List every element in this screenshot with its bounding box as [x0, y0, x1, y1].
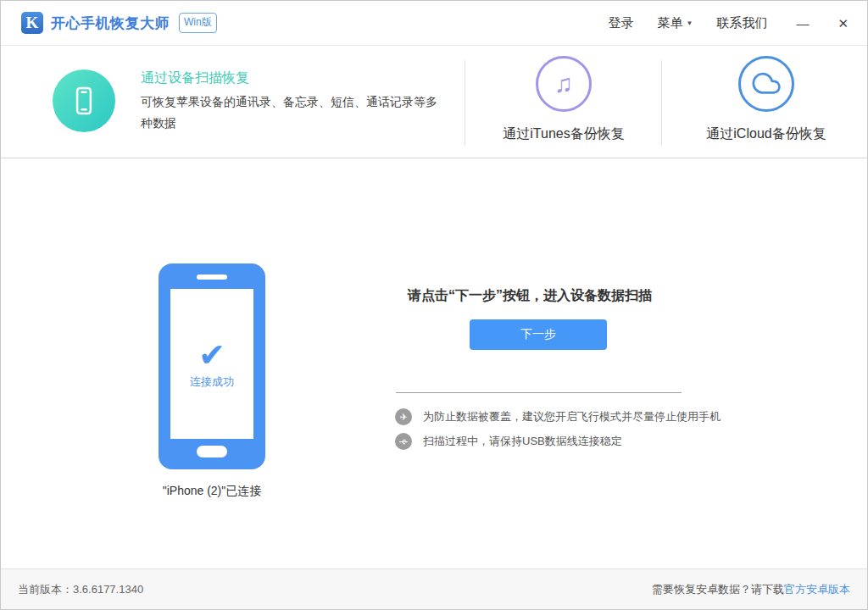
android-download-prompt: 需要恢复安卓数据？请下载官方安卓版本 [652, 582, 850, 597]
icloud-cloud-icon [738, 56, 794, 112]
mode-icloud-backup[interactable]: 通过iCloud备份恢复 [682, 56, 851, 143]
mode-device-scan[interactable]: 通过设备扫描恢复 可恢复苹果设备的通讯录、备忘录、短信、通话记录等多种数据 [1, 47, 465, 158]
device-scan-title: 通过设备扫描恢复 [141, 69, 249, 87]
checkmark-icon: ✔ [198, 339, 225, 371]
phone-illustration: ✔ 连接成功 [159, 263, 265, 469]
phone-screen: ✔ 连接成功 [170, 289, 253, 439]
next-step-heading: 请点击“下一步”按钮，进入设备数据扫描 [408, 287, 652, 305]
usb-glyph [398, 436, 409, 447]
recovery-mode-bar: 通过设备扫描恢复 可恢复苹果设备的通讯录、备忘录、短信、通话记录等多种数据 ♫ … [1, 47, 867, 158]
minimize-button[interactable]: — [796, 17, 809, 30]
tip-text: 为防止数据被覆盖，建议您开启飞行模式并尽量停止使用手机 [423, 408, 721, 425]
connected-device-label: "iPhone (2)"已连接 [127, 484, 297, 499]
android-prompt-text: 需要恢复安卓数据？请下载 [652, 583, 784, 596]
contact-us-button[interactable]: 联系我们 [716, 15, 767, 31]
divider [661, 60, 662, 145]
cloud-icon [750, 68, 782, 100]
next-step-button[interactable]: 下一步 [470, 319, 607, 350]
status-bar: 当前版本：3.6.6177.1340 需要恢复安卓数据？请下载官方安卓版本 [1, 568, 867, 609]
close-button[interactable]: ✕ [837, 17, 849, 30]
mode-itunes-backup[interactable]: ♫ 通过iTunes备份恢复 [479, 56, 648, 143]
phone-home-button [197, 446, 227, 458]
current-version-text: 当前版本：3.6.6177.1340 [18, 582, 143, 597]
airplane-icon: ✈ [395, 408, 412, 425]
titlebar-menu: 登录 菜单▼ 联系我们 — ✕ [585, 15, 849, 31]
win-version-badge: Win版 [179, 13, 217, 33]
chevron-down-icon: ▼ [687, 19, 693, 27]
divider [465, 60, 465, 145]
menu-button[interactable]: 菜单▼ [658, 15, 693, 31]
app-logo-icon: K [21, 12, 43, 34]
itunes-mode-label: 通过iTunes备份恢复 [479, 125, 648, 143]
device-scan-icon [53, 69, 115, 132]
phone-speaker [197, 274, 227, 280]
tip-airplane-mode: ✈ 为防止数据被覆盖，建议您开启飞行模式并尽量停止使用手机 [395, 408, 721, 425]
device-scan-description: 可恢复苹果设备的通讯录、备忘录、短信、通话记录等多种数据 [141, 92, 444, 134]
connect-status-text: 连接成功 [190, 374, 234, 390]
title-bar: K 开心手机恢复大师 Win版 登录 菜单▼ 联系我们 — ✕ [1, 1, 867, 46]
menu-label: 菜单 [658, 15, 683, 30]
main-content: ✔ 连接成功 "iPhone (2)"已连接 请点击“下一步”按钮，进入设备数据… [1, 159, 867, 568]
tip-usb-stable: 扫描过程中，请保持USB数据线连接稳定 [395, 433, 622, 450]
tips-divider [396, 392, 682, 393]
android-version-link[interactable]: 官方安卓版本 [784, 583, 850, 596]
tip-text: 扫描过程中，请保持USB数据线连接稳定 [423, 433, 622, 450]
itunes-music-note-icon: ♫ [536, 56, 592, 112]
usb-icon [395, 433, 412, 450]
app-title: 开心手机恢复大师 [51, 14, 170, 33]
smartphone-icon [68, 85, 100, 117]
login-button[interactable]: 登录 [609, 15, 634, 31]
app-window: K 开心手机恢复大师 Win版 登录 菜单▼ 联系我们 — ✕ 通过设备扫描恢复… [0, 0, 868, 610]
icloud-mode-label: 通过iCloud备份恢复 [682, 125, 851, 143]
